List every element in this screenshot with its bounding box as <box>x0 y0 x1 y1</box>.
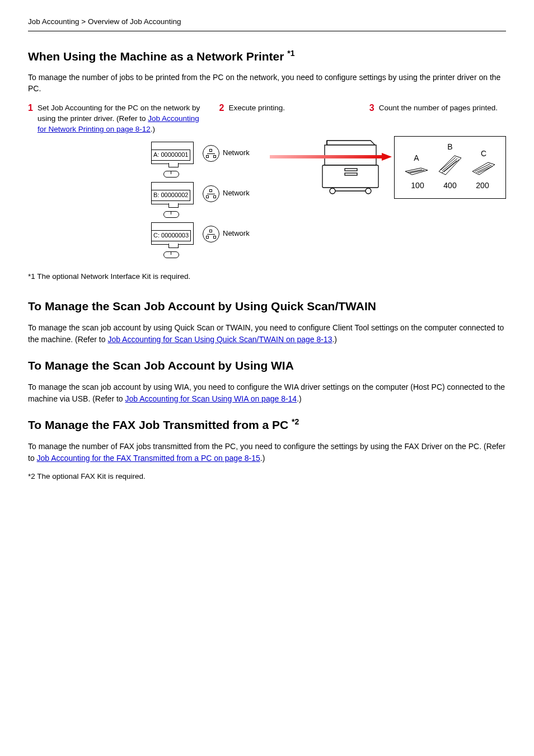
section4-body: To manage the number of FAX jobs transmi… <box>28 441 506 464</box>
network-label-a: Network <box>223 148 250 158</box>
stack-b-letter: B <box>447 142 452 153</box>
step2-text: Execute printing. <box>228 103 285 135</box>
step1-number: 1 <box>28 103 33 135</box>
pc-b-label: B: 00000002 <box>151 190 190 200</box>
network-label-c: Network <box>223 228 250 239</box>
count-c: 200 <box>476 180 489 192</box>
section1-title-main: When Using the Machine as a Network Prin… <box>28 50 287 63</box>
count-a: 100 <box>411 180 424 192</box>
step1-text: Set Job Accounting for the PC on the net… <box>38 103 206 135</box>
step1: 1 Set Job Accounting for the PC on the n… <box>28 103 206 135</box>
arrow-icon <box>270 152 393 162</box>
svg-marker-17 <box>472 162 495 175</box>
stack-a-letter: A <box>414 153 419 164</box>
svg-marker-0 <box>270 153 392 161</box>
paper-stack-icon <box>471 161 496 176</box>
breadcrumb: Job Accounting > Overview of Job Account… <box>28 17 506 31</box>
paper-stack-icon <box>438 155 462 176</box>
step2-number: 2 <box>219 103 224 135</box>
mouse-icon <box>163 171 179 178</box>
section1-title: When Using the Machine as a Network Prin… <box>28 48 506 64</box>
section4-title: To Manage the FAX Job Transmitted from a… <box>28 417 506 433</box>
arrow <box>272 147 309 178</box>
step2: 2 Execute printing. <box>219 103 356 135</box>
steps-row: 1 Set Job Accounting for the PC on the n… <box>28 103 506 135</box>
svg-marker-1 <box>327 141 375 145</box>
section3-body: To manage the scan job account by using … <box>28 381 506 404</box>
count-b: 400 <box>443 180 456 192</box>
pc-a-label: A: 00000001 <box>151 150 190 160</box>
mouse-icon <box>163 251 179 258</box>
pc-b: B: 00000002 Network <box>151 182 269 212</box>
pc-c: C: 00000003 Network <box>151 222 269 253</box>
step3: 3 Count the number of pages printed. <box>369 103 506 135</box>
network-icon <box>203 226 219 242</box>
pc-c-label: C: 00000003 <box>151 230 191 241</box>
stack-b: B <box>438 142 462 176</box>
svg-marker-9 <box>405 168 428 175</box>
section2-title: To Manage the Scan Job Account by Using … <box>28 298 506 314</box>
section1-footnote: *1 The optional Network Interface Kit is… <box>28 272 506 282</box>
network-icon <box>203 185 219 202</box>
section4-text2: .) <box>260 454 265 463</box>
section3-link[interactable]: Job Accounting for Scan Using WIA on pag… <box>125 394 297 403</box>
stack-c-letter: C <box>481 148 486 160</box>
network-icon <box>203 145 219 162</box>
step3-text: Count the number of pages printed. <box>379 103 498 135</box>
section4-title-sup: *2 <box>292 417 299 426</box>
stack-c: C <box>471 148 496 176</box>
svg-point-6 <box>330 188 335 194</box>
pc-a: A: 00000001 Network <box>151 142 269 172</box>
mouse-icon <box>163 211 179 218</box>
section3-text2: .) <box>297 394 302 403</box>
section4-title-main: To Manage the FAX Job Transmitted from a… <box>28 418 292 431</box>
step1-text2: .) <box>151 125 155 133</box>
network-label-b: Network <box>223 188 250 198</box>
section4-link[interactable]: Job Accounting for the FAX Transmitted f… <box>37 454 260 463</box>
section2-body: To manage the scan job account by using … <box>28 322 506 345</box>
section4-footnote: *2 The optional FAX Kit is required. <box>28 472 506 482</box>
section2-link[interactable]: Job Accounting for Scan Using Quick Scan… <box>107 335 332 344</box>
network-diagram: A: 00000001 Network B: 00000002 Network … <box>28 142 506 263</box>
step3-number: 3 <box>369 103 374 135</box>
section1-title-sup: *1 <box>287 49 294 58</box>
page-counts-box: A B C 100 400 <box>394 136 506 199</box>
section3-title: To Manage the Scan Job Account by Using … <box>28 357 506 374</box>
printer-icon <box>312 136 391 198</box>
section2-text2: .) <box>332 335 337 344</box>
pcs-column: A: 00000001 Network B: 00000002 Network … <box>151 142 269 263</box>
stack-a: A <box>404 153 429 176</box>
section1-intro: To manage the number of jobs to be print… <box>28 72 506 94</box>
svg-point-7 <box>366 188 371 194</box>
printer <box>312 136 391 201</box>
paper-stack-icon <box>404 166 429 176</box>
svg-marker-12 <box>439 156 461 175</box>
